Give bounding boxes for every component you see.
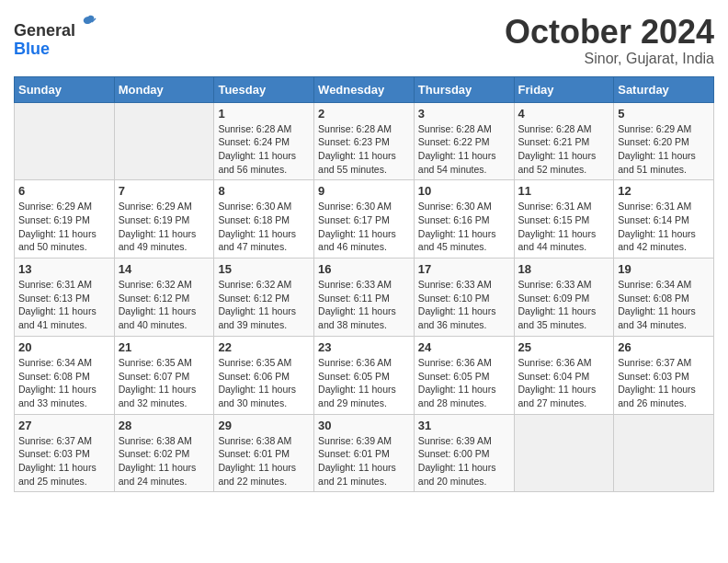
day-info: Sunrise: 6:31 AMSunset: 6:14 PMDaylight:… — [618, 200, 710, 254]
day-number: 19 — [618, 262, 710, 276]
day-number: 7 — [119, 184, 210, 198]
day-info: Sunrise: 6:28 AMSunset: 6:21 PMDaylight:… — [518, 122, 610, 177]
day-number: 28 — [119, 419, 210, 432]
logo-bird-icon — [77, 14, 99, 36]
day-number: 17 — [418, 262, 510, 276]
header-tuesday: Tuesday — [214, 76, 314, 102]
day-info: Sunrise: 6:28 AMSunset: 6:24 PMDaylight:… — [218, 122, 310, 177]
day-number: 14 — [119, 262, 210, 276]
day-number: 26 — [618, 340, 710, 354]
calendar-cell: 26Sunrise: 6:37 AMSunset: 6:03 PMDayligh… — [614, 336, 714, 414]
calendar-cell: 31Sunrise: 6:39 AMSunset: 6:00 PMDayligh… — [414, 414, 514, 492]
day-info: Sunrise: 6:36 AMSunset: 6:05 PMDaylight:… — [318, 356, 410, 410]
logo-text: General — [14, 14, 99, 40]
day-number: 20 — [18, 340, 110, 354]
calendar-cell: 9Sunrise: 6:30 AMSunset: 6:17 PMDaylight… — [314, 180, 415, 259]
calendar-cell: 19Sunrise: 6:34 AMSunset: 6:08 PMDayligh… — [614, 259, 714, 337]
calendar-cell: 8Sunrise: 6:30 AMSunset: 6:18 PMDaylight… — [214, 180, 314, 259]
calendar-cell: 11Sunrise: 6:31 AMSunset: 6:15 PMDayligh… — [514, 180, 614, 259]
header-sunday: Sunday — [15, 76, 115, 102]
calendar-cell — [614, 414, 714, 492]
logo-blue: Blue — [14, 40, 50, 58]
page-header: General Blue October 2024 Sinor, Gujarat… — [14, 14, 714, 67]
day-info: Sunrise: 6:30 AMSunset: 6:16 PMDaylight:… — [418, 200, 510, 254]
day-info: Sunrise: 6:31 AMSunset: 6:13 PMDaylight:… — [18, 278, 110, 332]
logo-blue-text: Blue — [14, 40, 99, 59]
day-info: Sunrise: 6:31 AMSunset: 6:15 PMDaylight:… — [518, 200, 610, 254]
day-number: 31 — [418, 419, 510, 432]
header-row: SundayMondayTuesdayWednesdayThursdayFrid… — [15, 76, 714, 102]
day-info: Sunrise: 6:35 AMSunset: 6:07 PMDaylight:… — [119, 356, 210, 410]
day-number: 15 — [218, 262, 310, 276]
header-saturday: Saturday — [614, 76, 714, 102]
week-row-0: 1Sunrise: 6:28 AMSunset: 6:24 PMDaylight… — [15, 102, 714, 180]
day-number: 6 — [18, 184, 110, 198]
day-number: 9 — [318, 184, 410, 198]
day-info: Sunrise: 6:33 AMSunset: 6:09 PMDaylight:… — [518, 278, 610, 332]
calendar-cell: 18Sunrise: 6:33 AMSunset: 6:09 PMDayligh… — [514, 259, 614, 337]
day-number: 24 — [418, 340, 510, 354]
calendar-cell: 7Sunrise: 6:29 AMSunset: 6:19 PMDaylight… — [114, 180, 214, 259]
day-info: Sunrise: 6:38 AMSunset: 6:02 PMDaylight:… — [119, 434, 210, 488]
day-number: 4 — [518, 107, 610, 121]
day-number: 27 — [18, 419, 110, 432]
day-info: Sunrise: 6:37 AMSunset: 6:03 PMDaylight:… — [618, 356, 710, 410]
calendar-cell: 28Sunrise: 6:38 AMSunset: 6:02 PMDayligh… — [114, 414, 214, 492]
day-number: 23 — [318, 340, 410, 354]
calendar-cell: 4Sunrise: 6:28 AMSunset: 6:21 PMDaylight… — [514, 102, 614, 180]
header-thursday: Thursday — [414, 76, 514, 102]
day-info: Sunrise: 6:29 AMSunset: 6:20 PMDaylight:… — [618, 122, 710, 177]
day-info: Sunrise: 6:39 AMSunset: 6:01 PMDaylight:… — [318, 434, 410, 488]
day-number: 3 — [418, 107, 510, 121]
day-number: 25 — [518, 340, 610, 354]
calendar-cell: 6Sunrise: 6:29 AMSunset: 6:19 PMDaylight… — [15, 180, 115, 259]
day-number: 8 — [218, 184, 310, 198]
header-wednesday: Wednesday — [314, 76, 415, 102]
calendar-cell: 27Sunrise: 6:37 AMSunset: 6:03 PMDayligh… — [15, 414, 115, 492]
day-info: Sunrise: 6:39 AMSunset: 6:00 PMDaylight:… — [418, 434, 510, 488]
day-info: Sunrise: 6:37 AMSunset: 6:03 PMDaylight:… — [18, 434, 110, 488]
calendar-cell: 24Sunrise: 6:36 AMSunset: 6:05 PMDayligh… — [414, 336, 514, 414]
day-number: 10 — [418, 184, 510, 198]
calendar-cell: 10Sunrise: 6:30 AMSunset: 6:16 PMDayligh… — [414, 180, 514, 259]
logo: General Blue — [14, 14, 99, 59]
day-info: Sunrise: 6:28 AMSunset: 6:23 PMDaylight:… — [318, 122, 410, 177]
day-info: Sunrise: 6:28 AMSunset: 6:22 PMDaylight:… — [418, 122, 510, 177]
day-info: Sunrise: 6:32 AMSunset: 6:12 PMDaylight:… — [119, 278, 210, 332]
day-info: Sunrise: 6:29 AMSunset: 6:19 PMDaylight:… — [18, 200, 110, 254]
location-subtitle: Sinor, Gujarat, India — [505, 51, 714, 67]
calendar-cell: 22Sunrise: 6:35 AMSunset: 6:06 PMDayligh… — [214, 336, 314, 414]
day-number: 22 — [218, 340, 310, 354]
header-monday: Monday — [114, 76, 214, 102]
day-info: Sunrise: 6:32 AMSunset: 6:12 PMDaylight:… — [218, 278, 310, 332]
header-friday: Friday — [514, 76, 614, 102]
calendar-cell: 12Sunrise: 6:31 AMSunset: 6:14 PMDayligh… — [614, 180, 714, 259]
calendar-cell: 29Sunrise: 6:38 AMSunset: 6:01 PMDayligh… — [214, 414, 314, 492]
day-number: 30 — [318, 419, 410, 432]
day-info: Sunrise: 6:33 AMSunset: 6:11 PMDaylight:… — [318, 278, 410, 332]
calendar-cell — [15, 102, 115, 180]
calendar-cell: 25Sunrise: 6:36 AMSunset: 6:04 PMDayligh… — [514, 336, 614, 414]
day-info: Sunrise: 6:29 AMSunset: 6:19 PMDaylight:… — [119, 200, 210, 254]
week-row-3: 20Sunrise: 6:34 AMSunset: 6:08 PMDayligh… — [15, 336, 714, 414]
logo-general: General — [14, 21, 75, 40]
calendar-cell: 5Sunrise: 6:29 AMSunset: 6:20 PMDaylight… — [614, 102, 714, 180]
calendar-cell: 3Sunrise: 6:28 AMSunset: 6:22 PMDaylight… — [414, 102, 514, 180]
day-info: Sunrise: 6:33 AMSunset: 6:10 PMDaylight:… — [418, 278, 510, 332]
calendar-cell — [514, 414, 614, 492]
calendar-cell: 13Sunrise: 6:31 AMSunset: 6:13 PMDayligh… — [15, 259, 115, 337]
day-info: Sunrise: 6:30 AMSunset: 6:18 PMDaylight:… — [218, 200, 310, 254]
calendar-cell: 1Sunrise: 6:28 AMSunset: 6:24 PMDaylight… — [214, 102, 314, 180]
calendar-cell: 2Sunrise: 6:28 AMSunset: 6:23 PMDaylight… — [314, 102, 415, 180]
day-info: Sunrise: 6:34 AMSunset: 6:08 PMDaylight:… — [618, 278, 710, 332]
day-number: 13 — [18, 262, 110, 276]
day-number: 5 — [618, 107, 710, 121]
day-info: Sunrise: 6:36 AMSunset: 6:05 PMDaylight:… — [418, 356, 510, 410]
day-number: 2 — [318, 107, 410, 121]
calendar-cell: 30Sunrise: 6:39 AMSunset: 6:01 PMDayligh… — [314, 414, 415, 492]
week-row-4: 27Sunrise: 6:37 AMSunset: 6:03 PMDayligh… — [15, 414, 714, 492]
day-number: 29 — [218, 419, 310, 432]
calendar-cell: 15Sunrise: 6:32 AMSunset: 6:12 PMDayligh… — [214, 259, 314, 337]
month-title: October 2024 — [505, 14, 714, 51]
day-info: Sunrise: 6:38 AMSunset: 6:01 PMDaylight:… — [218, 434, 310, 488]
